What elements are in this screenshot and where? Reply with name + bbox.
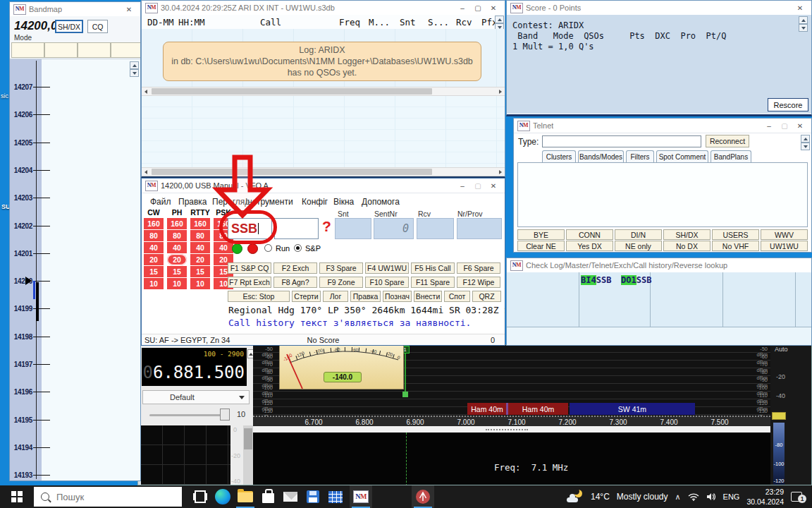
temperature-label[interactable]: 14°C — [591, 492, 610, 502]
speaker-icon[interactable] — [706, 492, 716, 501]
nrprov-field[interactable] — [457, 218, 502, 239]
ne-only-button[interactable]: NE only — [615, 241, 662, 251]
weather-label[interactable]: Mostly cloudy — [617, 492, 668, 502]
band-button[interactable]: 10 — [167, 278, 187, 289]
score-titlebar[interactable]: NM Score - 0 Points ✕ — [507, 1, 811, 16]
minimize-icon[interactable]: – — [455, 181, 470, 191]
band-button[interactable]: 160 — [167, 218, 187, 229]
band-button[interactable]: 15 — [167, 266, 187, 277]
waterfall-display[interactable]: Freq: 7.1 MHz — [253, 433, 770, 485]
waterfall-gradient-bar[interactable]: -80 -100 -120 — [773, 423, 785, 485]
scrollbar-thumb[interactable] — [244, 428, 252, 449]
file-explorer-icon[interactable] — [234, 485, 257, 508]
column-header[interactable]: HH:MM — [178, 17, 205, 28]
f9-button[interactable]: F9 Zone — [319, 277, 363, 288]
check-callsign[interactable]: BI4SSB — [581, 275, 611, 285]
cq-button[interactable]: CQ — [87, 20, 108, 33]
notification-center-icon[interactable]: 1 — [791, 490, 806, 503]
band-button[interactable]: 40 — [214, 242, 233, 253]
band-button[interactable]: 10 — [144, 278, 164, 289]
wwv-button[interactable]: WWV — [761, 229, 808, 240]
f10-button[interactable]: F10 Spare — [365, 277, 409, 288]
menu-config[interactable]: Конфіг — [302, 197, 328, 207]
close-icon[interactable]: ✕ — [486, 181, 501, 191]
task-view-icon[interactable] — [189, 485, 211, 508]
gain-slider-track[interactable] — [149, 414, 221, 416]
sentnr-field[interactable]: 0 — [374, 218, 414, 239]
score-spinner[interactable] — [799, 16, 808, 32]
wifi-icon[interactable] — [688, 492, 699, 501]
wipe-button[interactable]: Стерти — [292, 291, 321, 302]
menu-windows[interactable]: Вікна — [333, 197, 354, 207]
rescore-button[interactable]: Rescore — [768, 98, 808, 111]
splitter-grip[interactable] — [486, 429, 528, 430]
band-button[interactable]: 40 — [167, 242, 187, 253]
esc-stop-button[interactable]: Esc: Stop — [228, 291, 290, 302]
preset-dropdown[interactable]: Default — [142, 390, 250, 404]
band-button[interactable]: 15 — [144, 266, 164, 277]
din-button[interactable]: DI/N — [615, 229, 662, 240]
column-header[interactable]: DD-MM — [147, 17, 174, 28]
bandmap-spinner[interactable] — [130, 61, 139, 77]
band-button[interactable]: 20 — [190, 254, 210, 265]
log-hscrollbar[interactable] — [142, 87, 505, 96]
menu-help[interactable]: Допомога — [362, 197, 400, 207]
no-dx-button[interactable]: No DX — [663, 241, 710, 251]
tab-bands-modes[interactable]: Bands/Modes — [578, 150, 624, 162]
bandmap-titlebar[interactable]: NM Bandmap ✕ — [10, 2, 140, 17]
qrz-button[interactable]: QRZ — [472, 291, 501, 302]
close-icon[interactable]: ✕ — [121, 4, 137, 15]
shdx-button[interactable]: SH/DX — [663, 229, 710, 240]
maximize-icon[interactable]: ▢ — [777, 121, 792, 131]
rcv-field[interactable] — [417, 218, 454, 239]
menu-file[interactable]: Файл — [150, 197, 171, 207]
f3-button[interactable]: F3 Spare — [319, 262, 363, 274]
reconnect-button[interactable]: Reconnect — [706, 135, 749, 147]
band-button[interactable]: 40 — [190, 242, 210, 253]
entry-titlebar[interactable]: NM 14200,00 USB Manual - VFO A – ▢ ✕ — [142, 179, 505, 193]
maximize-icon[interactable]: ▢ — [470, 3, 486, 13]
no-vhf-button[interactable]: No VHF — [712, 241, 759, 251]
f12-button[interactable]: F12 Wipe — [457, 277, 500, 288]
spot-button[interactable]: Спот — [444, 291, 470, 302]
start-button[interactable] — [0, 485, 34, 508]
auto-label[interactable]: Auto — [775, 346, 788, 353]
f6-button[interactable]: F6 Spare — [457, 262, 500, 274]
exchange-input[interactable] — [274, 218, 319, 239]
close-icon[interactable]: ✕ — [792, 3, 808, 13]
band-button[interactable]: 80 — [144, 230, 164, 241]
band-button[interactable]: 160 — [144, 218, 164, 229]
band-button[interactable]: 40 — [144, 242, 164, 253]
telnet-output-pane[interactable] — [517, 162, 808, 227]
close-icon[interactable]: ✕ — [792, 121, 808, 131]
uw1wu-button[interactable]: UW1WU — [761, 241, 808, 251]
search-input[interactable] — [55, 491, 156, 503]
f1-button[interactable]: F1 S&P CQ — [228, 262, 271, 274]
left-panel-scrollbar[interactable] — [243, 425, 253, 485]
spectrum-waterfall-splitter[interactable] — [253, 426, 770, 433]
f4-button[interactable]: F4 UW1WU — [365, 262, 409, 274]
sdr-frequency-display[interactable]: 100 - 2900 06.881.500 — [142, 348, 247, 386]
minimize-icon[interactable]: – — [455, 3, 470, 13]
log-button[interactable]: Лог — [323, 291, 348, 302]
users-button[interactable]: USERS — [712, 229, 759, 240]
tab-bandplans[interactable]: BandPlans — [710, 150, 751, 162]
band-button[interactable]: 80 — [167, 230, 187, 241]
log-titlebar[interactable]: NM 30.04.2024 20:29:25Z ARI DX INT - UW1… — [142, 1, 505, 16]
edge-browser-icon[interactable] — [211, 485, 234, 508]
gain-slider-handle[interactable] — [220, 409, 230, 421]
log-hscrollbar2[interactable] — [142, 167, 505, 176]
close-icon[interactable]: ✕ — [486, 3, 501, 13]
f5-button[interactable]: F5 His Call — [411, 262, 455, 274]
telnet-spinner[interactable] — [801, 135, 810, 150]
run-radio[interactable] — [264, 244, 272, 252]
check-callsign[interactable]: DO1SSB — [621, 275, 651, 285]
check-titlebar[interactable]: NM Check Log/Master/Telnet/Exch/Call his… — [507, 258, 811, 273]
tray-chevron-icon[interactable]: ∧ — [675, 492, 681, 502]
contrast-slider-handle[interactable] — [772, 412, 786, 420]
language-indicator[interactable]: ENG — [723, 492, 740, 501]
bye-button[interactable]: BYE — [517, 229, 565, 240]
band-button[interactable]: 10 — [190, 278, 210, 289]
band-button[interactable]: 15 — [190, 266, 210, 277]
spreadsheet-icon[interactable] — [324, 485, 347, 508]
